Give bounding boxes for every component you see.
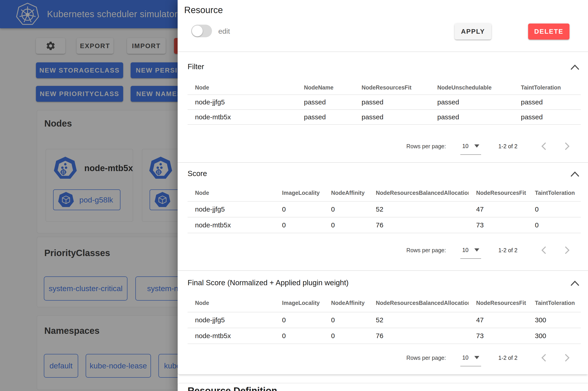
rows-per-page-label: Rows per page: [406, 247, 446, 254]
edit-toggle-thumb [192, 25, 203, 36]
table-cell: 0 [527, 205, 581, 213]
score-table: NodeImageLocalityNodeAffinityNodeResourc… [187, 185, 581, 233]
table-header-cell: NodeAffinity [324, 300, 368, 306]
table-cell: 300 [527, 332, 581, 340]
table-cell: passed [513, 98, 581, 106]
select-caret-icon [474, 144, 479, 148]
delete-button[interactable]: DELETE [528, 23, 570, 40]
table-header-row: NodeImageLocalityNodeAffinityNodeResourc… [187, 185, 581, 201]
table-cell: 47 [469, 205, 527, 213]
apply-button[interactable]: APPLY [455, 23, 491, 40]
table-cell: passed [296, 113, 354, 121]
final-score-table-pagination: Rows per page: 10 1-2 of 2 [187, 349, 581, 366]
table-row[interactable]: node-jjfg5005247300 [187, 312, 581, 328]
rows-per-page-select[interactable]: 10 [460, 138, 481, 155]
divider [178, 52, 588, 52]
select-caret-icon [474, 356, 479, 359]
table-row[interactable]: node-mtb5xpassedpassedpassedpassed [187, 110, 581, 125]
table-cell: 0 [275, 205, 324, 213]
table-header-row: NodeNodeNameNodeResourcesFitNodeUnschedu… [187, 81, 581, 95]
table-row[interactable]: node-jjfg5passedpassedpassedpassed [187, 95, 581, 110]
filter-collapse-button[interactable] [570, 64, 580, 71]
table-cell: node-jjfg5 [187, 98, 296, 106]
chevron-up-icon [570, 64, 580, 71]
chevron-left-icon [540, 246, 548, 255]
filter-table: NodeNodeNameNodeResourcesFitNodeUnschedu… [187, 81, 581, 125]
table-cell: 0 [275, 316, 324, 324]
table-header-cell: NodeResourcesBalancedAllocation [368, 300, 469, 306]
final-score-section-title: Final Score (Normalized + Applied plugin… [187, 279, 349, 287]
table-cell: node-mtb5x [187, 221, 275, 229]
table-row[interactable]: node-jjfg50052470 [187, 201, 581, 217]
chevron-right-icon [563, 246, 571, 255]
table-cell: passed [354, 113, 430, 121]
table-header-row: NodeImageLocalityNodeAffinityNodeResourc… [187, 294, 581, 312]
table-cell: passed [354, 98, 430, 106]
score-section-title: Score [187, 169, 207, 178]
chevron-up-icon [570, 171, 580, 177]
rows-per-page-value: 10 [462, 247, 468, 253]
table-cell: passed [430, 98, 513, 106]
table-header-cell: NodeName [296, 84, 354, 91]
table-header-cell: TaintToleration [527, 190, 581, 196]
chevron-right-icon [563, 353, 571, 362]
rows-per-page-label: Rows per page: [406, 143, 446, 150]
resource-dialog: Resource edit APPLY DELETE Filter Score … [178, 0, 588, 391]
page-range-label: 1-2 of 2 [498, 355, 517, 361]
page-range-label: 1-2 of 2 [498, 143, 517, 150]
table-row[interactable]: node-mtb5x0076730 [187, 217, 581, 233]
table-header-cell: TaintToleration [527, 300, 581, 306]
table-cell: 52 [368, 316, 469, 324]
table-cell: 73 [469, 332, 527, 340]
table-header-cell: NodeAffinity [324, 190, 368, 196]
table-cell: 73 [469, 221, 527, 229]
table-cell: node-jjfg5 [187, 205, 275, 213]
rows-per-page-label: Rows per page: [406, 355, 446, 361]
rows-per-page-select[interactable]: 10 [460, 349, 481, 366]
score-table-pagination: Rows per page: 10 1-2 of 2 [187, 242, 581, 259]
filter-table-pagination: Rows per page: 10 1-2 of 2 [187, 138, 581, 155]
prev-page-button[interactable] [539, 142, 548, 151]
score-collapse-button[interactable] [570, 170, 580, 178]
table-cell: passed [296, 98, 354, 106]
resource-dialog-card: Resource edit APPLY DELETE Filter Score … [178, 0, 588, 374]
next-page-button[interactable] [563, 142, 572, 151]
edit-toggle[interactable] [191, 25, 212, 37]
table-header-cell: NodeResourcesFit [469, 190, 527, 196]
rows-per-page-value: 10 [462, 143, 468, 149]
table-cell: 52 [368, 205, 469, 213]
table-cell: node-jjfg5 [187, 316, 275, 324]
table-header-cell: ImageLocality [275, 300, 324, 306]
prev-page-button[interactable] [539, 246, 548, 255]
prev-page-button[interactable] [539, 353, 548, 362]
table-cell: passed [513, 113, 581, 121]
table-header-cell: NodeUnschedulable [430, 84, 513, 91]
rows-per-page-select[interactable]: 10 [460, 242, 481, 259]
table-cell: 76 [368, 221, 469, 229]
final-score-table: NodeImageLocalityNodeAffinityNodeResourc… [187, 294, 581, 344]
table-header-cell: NodeResourcesBalancedAllocation [368, 190, 469, 196]
chevron-up-icon [570, 280, 580, 287]
chevron-left-icon [540, 353, 548, 362]
table-row[interactable]: node-mtb5x007673300 [187, 328, 581, 344]
table-header-cell: Node [187, 84, 296, 91]
filter-section-title: Filter [187, 62, 204, 71]
page-range-label: 1-2 of 2 [498, 247, 517, 254]
table-cell: node-mtb5x [187, 113, 296, 121]
final-score-collapse-button[interactable] [570, 280, 580, 287]
table-cell: 0 [527, 221, 581, 229]
dialog-title: Resource [184, 5, 223, 15]
table-header-cell: TaintToleration [513, 84, 581, 91]
next-page-button[interactable] [563, 353, 572, 362]
table-header-cell: NodeResourcesFit [469, 300, 527, 306]
table-cell: 47 [469, 316, 527, 324]
table-header-cell: Node [187, 300, 275, 306]
table-header-cell: Node [187, 190, 275, 196]
table-cell: 0 [324, 332, 368, 340]
rows-per-page-value: 10 [462, 354, 468, 361]
next-page-button[interactable] [563, 246, 572, 255]
chevron-right-icon [563, 142, 571, 151]
table-cell: node-mtb5x [187, 332, 275, 340]
table-cell: 300 [527, 316, 581, 324]
table-cell: 0 [275, 221, 324, 229]
